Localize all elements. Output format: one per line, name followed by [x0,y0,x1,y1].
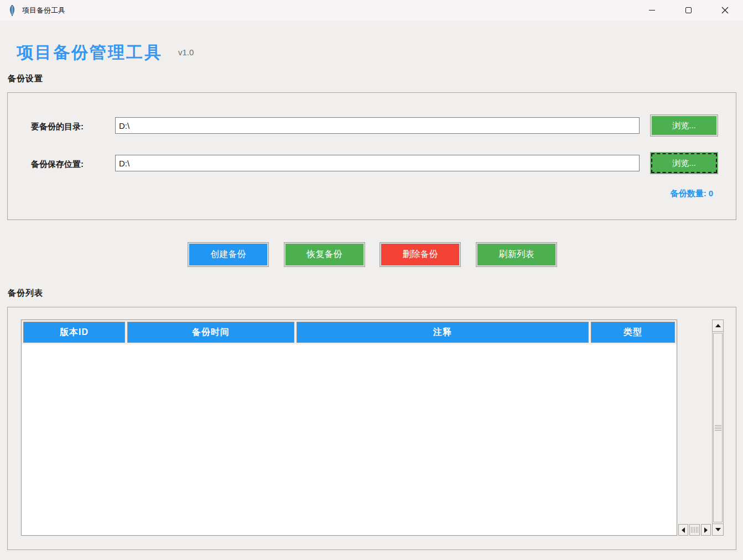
scroll-right-button[interactable] [701,524,711,536]
column-header-type[interactable]: 类型 [591,322,675,343]
down-arrow-icon [715,528,721,531]
dest-browse-button[interactable]: 浏览... [650,152,718,174]
source-dir-label: 要备份的目录: [31,122,84,132]
right-arrow-icon [704,527,708,533]
app-window: 项目备份工具 项目备份管理工具 v1.0 备份设置 要备份的目录: 浏览... … [0,0,743,560]
page-title: 项目备份管理工具 [17,41,163,64]
window-title: 项目备份工具 [22,6,65,15]
maximize-icon [685,7,692,13]
restore-backup-button[interactable]: 恢复备份 [284,242,365,267]
backup-list-section-label: 备份列表 [8,288,43,299]
actions-row: 创建备份 恢复备份 删除备份 刷新列表 [0,242,743,267]
dest-dir-label: 备份保存位置: [31,159,84,170]
backup-count-value: 0 [709,189,713,198]
thumb-grip-icon [715,425,721,431]
vertical-scroll-thumb[interactable] [713,333,723,522]
close-icon [721,7,729,14]
minimize-button[interactable] [633,0,670,20]
backup-table-header: 版本ID 备份时间 注释 类型 [22,320,677,344]
left-arrow-icon [682,527,685,533]
dest-dir-input[interactable] [115,155,640,171]
titlebar: 项目备份工具 [0,0,743,20]
python-feather-icon [8,4,17,17]
close-button[interactable] [706,0,743,20]
scroll-up-button[interactable] [712,320,724,332]
backup-table: 版本ID 备份时间 注释 类型 [21,320,677,536]
dest-browse-label: 浏览... [672,158,696,169]
source-browse-button[interactable]: 浏览... [650,114,718,137]
source-browse-label: 浏览... [672,121,696,131]
scroll-left-button[interactable] [678,524,688,536]
horizontal-scrollbar[interactable] [678,524,711,536]
source-dir-input[interactable] [115,117,640,134]
settings-section-label: 备份设置 [8,74,43,84]
backup-count: 备份数量:0 [668,189,713,199]
thumb-grip-icon [691,527,698,533]
maximize-button[interactable] [670,0,706,20]
settings-frame: 要备份的目录: 浏览... 备份保存位置: 浏览... 备份数量:0 [7,92,736,220]
column-header-version-id[interactable]: 版本ID [23,322,125,343]
scroll-down-button[interactable] [712,524,724,536]
minimize-icon [649,10,655,11]
column-header-comment[interactable]: 注释 [297,322,589,343]
version-label: v1.0 [178,48,194,57]
backup-table-body[interactable] [22,344,677,535]
horizontal-scroll-thumb[interactable] [689,524,700,536]
backup-list-frame: 版本ID 备份时间 注释 类型 [7,307,736,550]
create-backup-button[interactable]: 创建备份 [188,242,269,267]
backup-count-label: 备份数量: [671,189,706,198]
window-controls [633,0,743,20]
column-header-backup-time[interactable]: 备份时间 [127,322,294,343]
vertical-scrollbar[interactable] [712,320,724,536]
up-arrow-icon [715,324,721,327]
delete-backup-button[interactable]: 删除备份 [380,242,461,267]
refresh-list-button[interactable]: 刷新列表 [476,242,557,267]
